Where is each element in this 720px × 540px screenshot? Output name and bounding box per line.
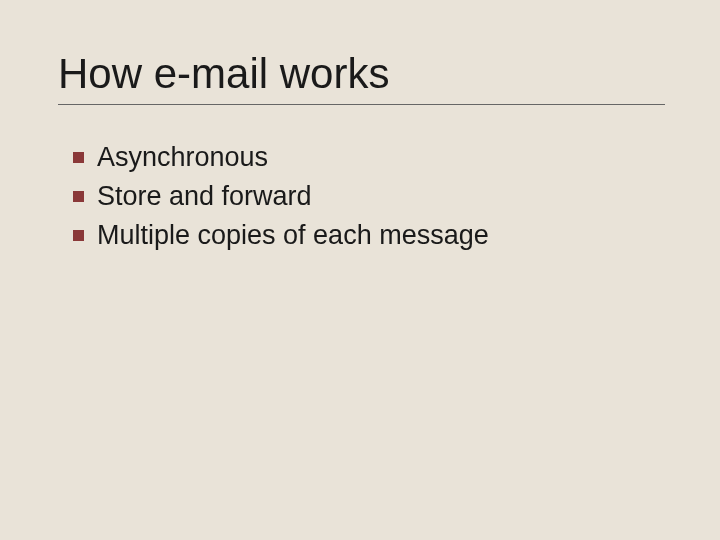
slide-title: How e-mail works: [58, 50, 665, 98]
list-item: Multiple copies of each message: [73, 218, 665, 253]
list-item: Asynchronous: [73, 140, 665, 175]
bullet-text: Store and forward: [97, 179, 312, 214]
slide: How e-mail works Asynchronous Store and …: [0, 0, 720, 540]
bullet-text: Multiple copies of each message: [97, 218, 489, 253]
square-bullet-icon: [73, 230, 84, 241]
square-bullet-icon: [73, 191, 84, 202]
bullet-text: Asynchronous: [97, 140, 268, 175]
content: Asynchronous Store and forward Multiple …: [73, 140, 665, 253]
title-underline: [58, 104, 665, 105]
list-item: Store and forward: [73, 179, 665, 214]
square-bullet-icon: [73, 152, 84, 163]
title-container: How e-mail works: [58, 50, 665, 105]
